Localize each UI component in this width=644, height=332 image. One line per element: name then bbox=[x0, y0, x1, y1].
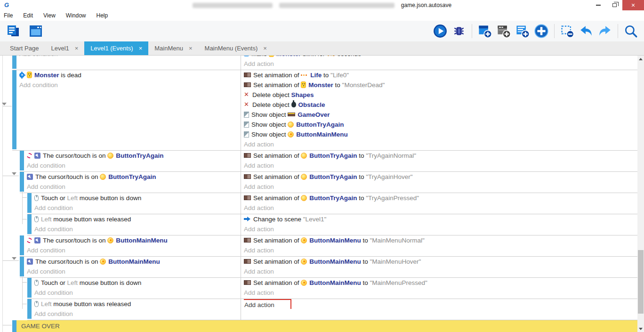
event-selection-bar[interactable] bbox=[12, 56, 16, 69]
add-condition-link[interactable]: Add condition bbox=[27, 161, 241, 170]
add-external-events-icon[interactable] bbox=[495, 23, 512, 40]
event-action[interactable]: Set animation of ButtonMainMenu to "Main… bbox=[244, 278, 637, 288]
collapse-arrow-icon[interactable] bbox=[12, 172, 16, 175]
tab-close-icon[interactable]: × bbox=[139, 45, 143, 52]
tab-level1-events[interactable]: Level1 (Events)× bbox=[84, 41, 148, 55]
instruction-text: Left bbox=[67, 194, 78, 202]
event-action[interactable]: Show object ButtonMainMenu bbox=[244, 130, 637, 139]
add-condition-link[interactable]: Add condition bbox=[27, 267, 241, 276]
add-action-link[interactable]: Add action bbox=[244, 245, 637, 255]
add-condition-link[interactable]: Add condition bbox=[27, 182, 241, 192]
add-external-layout-icon[interactable] bbox=[514, 23, 531, 40]
comment-event-row[interactable]: GAME OVER bbox=[12, 320, 637, 332]
add-action-link[interactable]: Add action bbox=[244, 59, 637, 69]
tab-level1[interactable]: Level1× bbox=[45, 41, 84, 55]
event-action[interactable]: Delete object Obstacle bbox=[244, 100, 637, 110]
event-action[interactable]: Delete object Shapes bbox=[244, 90, 637, 100]
undo-icon[interactable] bbox=[578, 23, 595, 40]
menu-view[interactable]: View bbox=[38, 12, 61, 19]
event-action[interactable]: Change to scene "Level1" bbox=[244, 214, 637, 224]
event-condition[interactable]: The cursor/touch is on ButtonTryAgain bbox=[27, 151, 241, 161]
menu-edit[interactable]: Edit bbox=[18, 12, 38, 19]
event-condition[interactable]: Left mouse button was released bbox=[34, 299, 241, 309]
collapse-arrow-icon[interactable] bbox=[2, 103, 7, 105]
event-selection-bar[interactable] bbox=[27, 214, 32, 234]
project-manager-icon[interactable] bbox=[5, 23, 22, 40]
event-condition[interactable]: Touch or Left mouse button is down bbox=[34, 278, 241, 288]
add-condition-link[interactable]: Add condition bbox=[27, 245, 241, 255]
restore-button[interactable] bbox=[606, 0, 622, 10]
add-action-link[interactable]: Add action bbox=[244, 267, 637, 276]
tab-start-page[interactable]: Start Page bbox=[4, 41, 45, 55]
add-action-link[interactable]: Add action bbox=[244, 182, 637, 192]
add-condition-link[interactable]: Add condition bbox=[34, 309, 241, 319]
event-condition[interactable]: Monster is dead bbox=[19, 70, 241, 80]
event-action[interactable]: Set animation of Monster to "MonsterDead… bbox=[244, 80, 637, 90]
add-action-link[interactable]: Add action bbox=[244, 203, 637, 213]
object-name: ButtonTryAgain bbox=[309, 152, 357, 159]
debug-icon[interactable] bbox=[451, 23, 467, 40]
play-icon[interactable] bbox=[432, 23, 449, 40]
event-action[interactable]: Make Monster blink for 0.5 seconds bbox=[244, 56, 637, 59]
tab-close-icon[interactable]: × bbox=[189, 45, 193, 52]
menu-file[interactable]: File bbox=[4, 12, 18, 19]
search-icon[interactable] bbox=[622, 23, 639, 40]
close-button[interactable]: × bbox=[622, 0, 644, 10]
event-condition[interactable]: Touch or Left mouse button is down bbox=[34, 193, 241, 203]
event-action[interactable]: Set animation of ButtonTryAgain to "TryA… bbox=[244, 193, 637, 203]
scroll-up-icon[interactable] bbox=[637, 56, 644, 62]
add-action-link[interactable]: Add action bbox=[244, 299, 637, 309]
add-condition-link[interactable]: Add condition bbox=[19, 80, 241, 90]
event-selection-bar[interactable] bbox=[12, 320, 16, 332]
scrollbar-thumb[interactable] bbox=[638, 250, 644, 314]
instruction-text: to bbox=[357, 173, 366, 180]
event-selection-bar[interactable] bbox=[20, 151, 24, 170]
event-condition[interactable]: The cursor/touch is on ButtonMainMenu bbox=[27, 235, 241, 245]
scroll-down-icon[interactable] bbox=[637, 325, 644, 332]
event-selection-bar[interactable] bbox=[27, 299, 32, 319]
conditions-column: Add condition bbox=[16, 56, 241, 69]
instruction-text: Left bbox=[67, 279, 78, 286]
redo-icon[interactable] bbox=[596, 23, 613, 40]
event-selection-bar[interactable] bbox=[27, 278, 32, 298]
add-action-link[interactable]: Add action bbox=[244, 224, 637, 234]
event-selection-bar[interactable] bbox=[12, 70, 16, 149]
event-condition[interactable]: Left mouse button was released bbox=[34, 214, 241, 224]
event-condition[interactable]: The cursor/touch is on ButtonTryAgain bbox=[27, 172, 241, 182]
add-scene-icon[interactable] bbox=[476, 23, 493, 40]
minimize-button[interactable] bbox=[590, 0, 606, 10]
add-action-link[interactable]: Add action bbox=[244, 139, 637, 149]
event-action[interactable]: Show object GameOver bbox=[244, 110, 637, 120]
vertical-scrollbar[interactable] bbox=[637, 56, 644, 332]
deselect-icon[interactable] bbox=[559, 23, 576, 40]
button-menu-icon bbox=[288, 131, 294, 138]
add-action-link[interactable]: Add action bbox=[244, 288, 637, 298]
menu-window[interactable]: Window bbox=[61, 12, 91, 19]
collapse-arrow-icon[interactable] bbox=[12, 257, 16, 260]
highlighted-add-action[interactable]: Add action bbox=[244, 299, 291, 309]
event-selection-bar[interactable] bbox=[20, 257, 24, 276]
tab-close-icon[interactable]: × bbox=[75, 45, 79, 52]
add-condition-link[interactable]: Add condition bbox=[34, 288, 241, 298]
event-selection-bar[interactable] bbox=[27, 193, 32, 213]
monster-icon bbox=[301, 81, 306, 88]
add-object-icon[interactable] bbox=[533, 23, 550, 40]
event-action[interactable]: Set animation of ButtonTryAgain to "TryA… bbox=[244, 172, 637, 182]
menu-help[interactable]: Help bbox=[91, 12, 113, 19]
tab-close-icon[interactable]: × bbox=[263, 45, 267, 52]
event-action[interactable]: Show object ButtonTryAgain bbox=[244, 120, 637, 130]
event-action[interactable]: Set animation of ButtonMainMenu to "Main… bbox=[244, 235, 637, 245]
add-condition-link[interactable]: Add condition bbox=[19, 56, 241, 59]
add-condition-link[interactable]: Add condition bbox=[34, 203, 241, 213]
tab-mainmenu-events[interactable]: MainMenu (Events)× bbox=[199, 41, 273, 55]
add-condition-link[interactable]: Add condition bbox=[34, 224, 241, 234]
event-action[interactable]: Set animation of Life to "Life0" bbox=[244, 70, 637, 80]
scene-editor-icon[interactable] bbox=[27, 23, 44, 40]
event-condition[interactable]: The cursor/touch is on ButtonMainMenu bbox=[27, 257, 241, 267]
tab-mainmenu[interactable]: MainMenu× bbox=[148, 41, 198, 55]
add-action-link[interactable]: Add action bbox=[244, 161, 637, 170]
event-action[interactable]: Set animation of ButtonTryAgain to "TryA… bbox=[244, 151, 637, 161]
event-action[interactable]: Set animation of ButtonMainMenu to "Main… bbox=[244, 257, 637, 267]
event-selection-bar[interactable] bbox=[20, 235, 24, 255]
event-selection-bar[interactable] bbox=[20, 172, 24, 192]
